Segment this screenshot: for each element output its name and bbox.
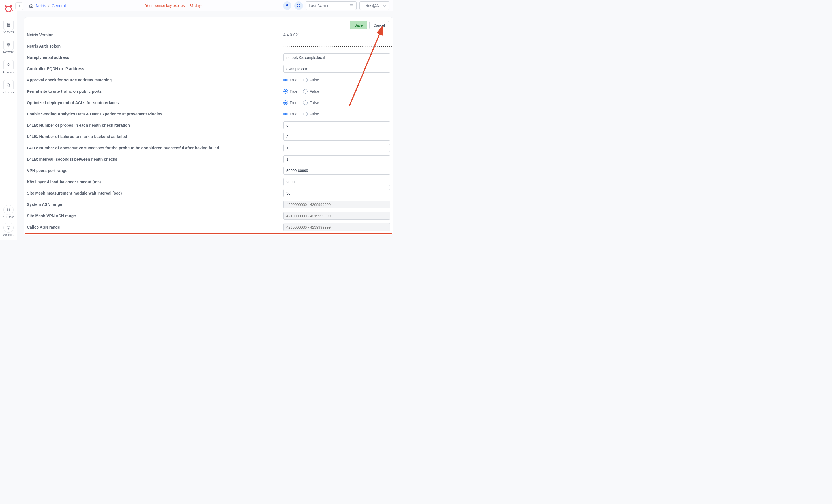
permit-site-true[interactable]: True [283,89,297,94]
daterange-value: Last 24 hour [309,3,331,8]
nav-network-label: Network [3,51,14,54]
system-asn-label: System ASN range [27,202,283,207]
nav-api-docs-label: API Docs [3,215,15,219]
fqdn-input[interactable] [283,65,390,73]
nav-services[interactable]: Services [1,18,16,35]
license-warning: Your license key expires in 31 days. [145,3,204,8]
system-asn-input [283,201,390,208]
approval-check-label: Approval check for source address matchi… [27,78,283,82]
vpn-peers-label: VPN peers port range [27,168,283,173]
app-logo [3,3,14,14]
analytics-false[interactable]: False [303,112,319,116]
refresh-button[interactable] [294,1,303,10]
daterange-picker[interactable]: Last 24 hour [306,1,357,10]
l4lb-failures-input[interactable] [283,133,390,140]
nav-telescope[interactable]: Telescope [1,78,16,95]
svg-point-0 [6,6,11,12]
noreply-input[interactable] [283,53,390,61]
sitemesh-asn-label: Site Mesh VPN ASN range [27,214,283,218]
l4lb-interval-input[interactable] [283,155,390,163]
svg-rect-9 [8,43,10,45]
radio-icon [303,112,308,116]
sitemesh-wait-input[interactable] [283,189,390,197]
analytics-label: Enable Sending Analytics Data & User Exp… [27,112,283,116]
local-repository-row: Local Repository ? [24,233,393,235]
calico-asn-input [283,223,390,231]
radio-icon [283,112,288,116]
svg-point-12 [7,84,9,86]
nav-telescope-label: Telescope [2,91,15,94]
sidebar: Services Network Accounts Telescope AP [0,0,17,240]
fqdn-label: Controller FQDN or IP address [27,67,283,71]
radio-icon [303,78,308,82]
settings-icon [6,226,11,230]
l4lb-successes-input[interactable] [283,144,390,152]
svg-point-3 [11,10,13,11]
svg-point-6 [7,24,7,24]
svg-rect-8 [6,43,8,45]
optimized-acl-label: Optimized deployment of ACLs for subinte… [27,100,283,105]
radio-icon [283,89,288,94]
sidebar-collapse-button[interactable] [15,2,23,10]
nav-services-label: Services [3,30,14,34]
calendar-icon [349,4,354,8]
home-icon [29,3,33,8]
k8s-timeout-label: K8s Layer 4 load-balancer timeout (ms) [27,180,283,184]
permit-site-false[interactable]: False [303,89,319,94]
radio-icon [303,100,308,105]
tenant-value: netris@All [363,3,381,8]
svg-point-11 [8,64,9,65]
services-icon [6,22,11,27]
notifications-button[interactable] [283,1,291,10]
accounts-icon [6,62,11,68]
telescope-icon [6,83,11,88]
approval-check-true[interactable]: True [283,78,297,82]
netris-version-label: Netris Version [27,32,283,37]
save-button[interactable]: Save [350,21,367,29]
l4lb-probes-input[interactable] [283,121,390,129]
api-docs-icon [6,208,11,212]
l4lb-probes-label: L4LB: Number of probes in each health ch… [27,123,283,128]
cancel-button[interactable]: Cancel [369,21,389,29]
breadcrumb-separator: / [48,3,50,8]
nav-accounts[interactable]: Accounts [1,58,16,75]
nav-settings-label: Settings [3,233,13,236]
l4lb-successes-label: L4LB: Number of consecutive successes fo… [27,145,283,150]
l4lb-failures-label: L4LB: Number of failures to mark a backe… [27,134,283,139]
tenant-select[interactable]: netris@All [359,1,389,10]
chevron-down-icon [383,4,386,7]
network-icon [6,43,11,48]
netris-version-value: 4.4.0-021 [283,32,300,37]
local-repo-input[interactable] [290,235,389,235]
sitemesh-asn-input [283,212,390,220]
svg-rect-10 [8,45,9,46]
vpn-peers-input[interactable] [283,166,390,175]
nav-accounts-label: Accounts [3,71,14,74]
auth-token-label: Netris Auth Token [27,44,283,48]
optimized-acl-false[interactable]: False [303,100,319,105]
breadcrumb: Netris / General [29,3,66,8]
approval-check-false[interactable]: False [303,78,319,82]
radio-icon [303,89,308,94]
settings-card: Save Cancel Netris Version 4.4.0-021 Net… [24,17,393,235]
k8s-timeout-input[interactable] [283,178,390,186]
nav-network[interactable]: Network [1,38,16,55]
analytics-true[interactable]: True [283,112,297,116]
breadcrumb-root[interactable]: Netris [36,3,46,8]
svg-point-13 [8,227,9,229]
calico-asn-label: Calico ASN range [27,225,283,229]
nav-settings[interactable]: Settings [1,221,16,238]
l4lb-interval-label: L4LB: Interval (seconds) between health … [27,157,283,161]
nav-api-docs[interactable]: API Docs [1,203,16,220]
optimized-acl-true[interactable]: True [283,100,297,105]
breadcrumb-current[interactable]: General [52,3,66,8]
radio-icon [283,100,288,105]
svg-point-2 [10,4,12,7]
svg-rect-14 [350,4,353,7]
noreply-label: Noreply email address [27,55,283,60]
sitemesh-wait-label: Site Mesh measurement module wait interv… [27,191,283,195]
auth-token-value: ••••••••••••••••••••••••••••••••••••••••… [283,44,393,48]
radio-icon [283,78,288,82]
topbar: Netris / General Your license key expire… [17,0,393,11]
svg-point-1 [5,5,6,7]
